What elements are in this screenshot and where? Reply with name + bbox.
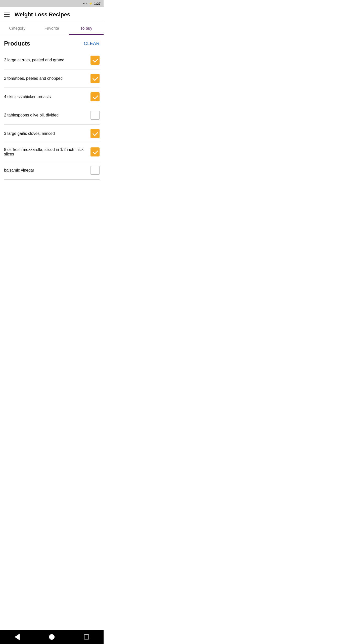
page-title: Weight Loss Recipes (15, 11, 70, 18)
products-section: Products CLEAR 2 large carrots, peeled a… (0, 35, 104, 180)
product-name: balsamic vinegar (4, 168, 90, 173)
products-title: Products (4, 40, 30, 47)
clear-button[interactable]: CLEAR (84, 41, 100, 46)
product-name: 4 skinless chicken breasts (4, 95, 90, 99)
list-item: balsamic vinegar (4, 161, 100, 180)
checkbox-5[interactable] (90, 129, 100, 138)
product-name: 2 tomatoes, peeled and chopped (4, 76, 90, 81)
list-item: 3 large garlic cloves, minced (4, 125, 100, 143)
product-name: 2 large carrots, peeled and grated (4, 58, 90, 62)
list-item: 8 oz fresh mozzarella, sliced in 1/2 inc… (4, 143, 100, 161)
wifi-icon: ▾ (83, 2, 85, 5)
status-icons: ▾ ✕ ⚡ (83, 2, 93, 5)
checkbox-6[interactable] (90, 147, 100, 156)
checkbox-1[interactable] (90, 56, 100, 65)
checkbox-4[interactable] (90, 111, 100, 120)
app-header: Weight Loss Recipes (0, 7, 104, 22)
tab-category[interactable]: Category (0, 22, 34, 35)
tabs-container: Category Favorite To buy (0, 22, 104, 35)
list-item: 2 large carrots, peeled and grated (4, 51, 100, 69)
product-list: 2 large carrots, peeled and grated 2 tom… (4, 51, 100, 180)
battery-icon: ⚡ (89, 2, 93, 5)
products-header: Products CLEAR (4, 40, 100, 47)
status-bar: ▾ ✕ ⚡ 1:27 (0, 0, 104, 7)
list-item: 4 skinless chicken breasts (4, 88, 100, 106)
checkbox-7[interactable] (90, 166, 100, 175)
status-time: 1:27 (94, 2, 101, 6)
product-name: 2 tablespoons olive oil, divided (4, 113, 90, 117)
list-item: 2 tablespoons olive oil, divided (4, 106, 100, 125)
tab-favorite[interactable]: Favorite (34, 22, 69, 35)
checkbox-3[interactable] (90, 92, 100, 101)
product-name: 3 large garlic cloves, minced (4, 131, 90, 136)
product-name: 8 oz fresh mozzarella, sliced in 1/2 inc… (4, 147, 90, 156)
signal-x-icon: ✕ (86, 2, 88, 5)
checkbox-2[interactable] (90, 74, 100, 83)
list-item: 2 tomatoes, peeled and chopped (4, 69, 100, 88)
tab-tobuy[interactable]: To buy (69, 22, 104, 35)
hamburger-menu-icon[interactable] (4, 13, 10, 17)
